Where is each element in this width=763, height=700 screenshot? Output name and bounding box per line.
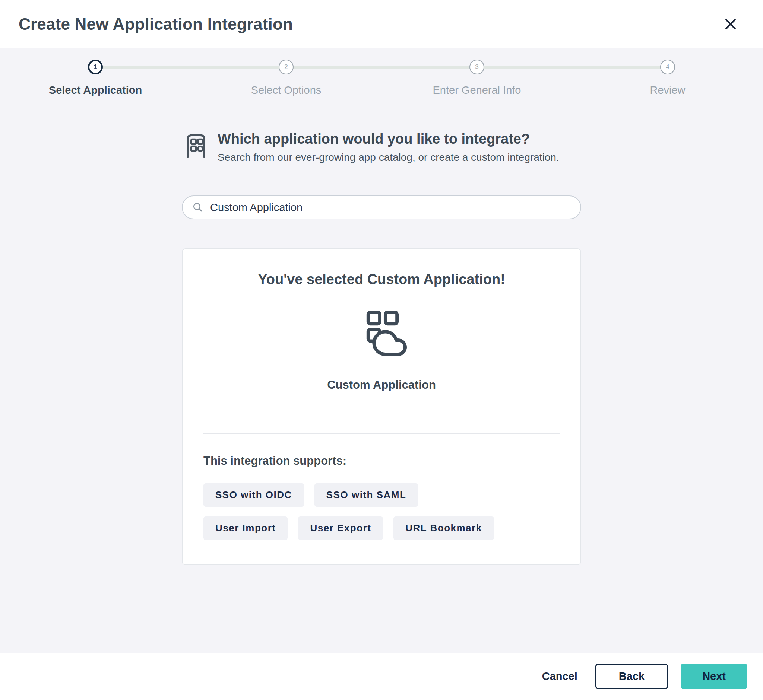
app-search-box[interactable] bbox=[182, 195, 581, 219]
progress-stepper: 1 Select Application 2 Select Options 3 … bbox=[0, 59, 763, 100]
custom-application-cloud-icon bbox=[354, 311, 409, 358]
step-label-3: Enter General Info bbox=[433, 84, 521, 97]
step-circle-1: 1 bbox=[88, 59, 103, 75]
modal-footer: Cancel Back Next bbox=[0, 653, 763, 700]
step-circle-2: 2 bbox=[279, 59, 294, 75]
step-circle-4: 4 bbox=[660, 59, 675, 75]
stepper-step-select-options: 2 Select Options bbox=[191, 59, 381, 97]
intro-heading: Which application would you like to inte… bbox=[218, 131, 559, 147]
back-button[interactable]: Back bbox=[595, 664, 668, 689]
stepper-step-select-application: 1 Select Application bbox=[0, 59, 191, 97]
step-label-2: Select Options bbox=[251, 84, 321, 97]
capability-tag-sso-saml: SSO with SAML bbox=[315, 483, 418, 507]
app-catalog-icon bbox=[183, 133, 208, 159]
search-input[interactable] bbox=[210, 202, 571, 214]
search-icon bbox=[192, 202, 204, 213]
supports-heading: This integration supports: bbox=[204, 454, 559, 468]
selection-card: You've selected Custom Application! Cust… bbox=[182, 248, 581, 565]
step-circle-3: 3 bbox=[469, 59, 484, 75]
capability-tag-url-bookmark: URL Bookmark bbox=[393, 516, 494, 540]
selection-card-title: You've selected Custom Application! bbox=[204, 272, 559, 288]
close-button[interactable] bbox=[721, 14, 741, 34]
wizard-body: 1 Select Application 2 Select Options 3 … bbox=[0, 48, 763, 653]
page-title: Create New Application Integration bbox=[19, 15, 293, 33]
modal-header: Create New Application Integration bbox=[0, 0, 763, 48]
close-icon bbox=[724, 17, 738, 31]
cancel-button[interactable]: Cancel bbox=[537, 667, 583, 686]
capability-tag-user-import: User Import bbox=[204, 516, 288, 540]
selected-app-name: Custom Application bbox=[204, 378, 559, 392]
intro-subheading: Search from our ever-growing app catalog… bbox=[218, 152, 559, 164]
step-label-4: Review bbox=[650, 84, 685, 97]
next-button[interactable]: Next bbox=[681, 664, 747, 689]
stepper-step-enter-general-info: 3 Enter General Info bbox=[381, 59, 572, 97]
step-label-1: Select Application bbox=[49, 84, 142, 97]
capability-tags: SSO with OIDC SSO with SAML User Import … bbox=[204, 483, 501, 540]
card-divider bbox=[204, 433, 559, 434]
stepper-step-review: 4 Review bbox=[572, 59, 763, 97]
intro-section: Which application would you like to inte… bbox=[182, 131, 581, 164]
capability-tag-sso-oidc: SSO with OIDC bbox=[204, 483, 304, 507]
capability-tag-user-export: User Export bbox=[298, 516, 383, 540]
